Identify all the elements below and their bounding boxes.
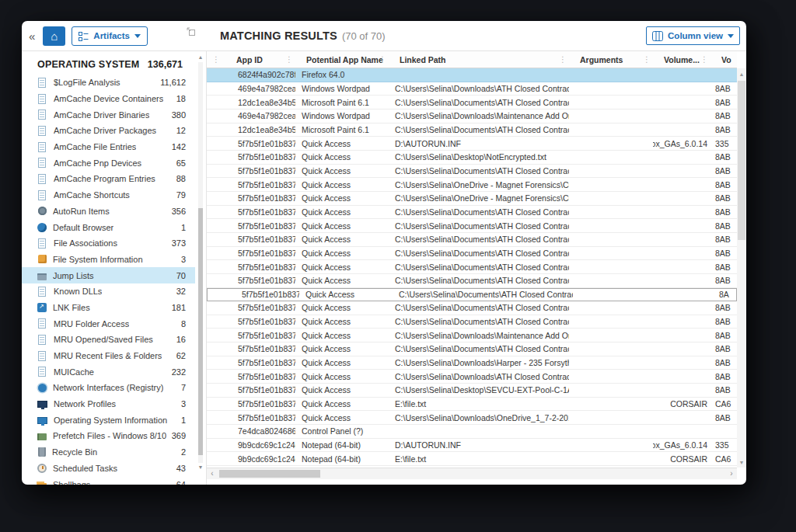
table-row[interactable]: 5f7b5f1e01b83767 Quick Access C:\Users\S… (207, 370, 737, 384)
table-row[interactable]: 5f7b5f1e01b83767 Quick Access C:\Users\S… (207, 178, 737, 192)
sidebar-artifact-item[interactable]: Prefetch Files - Windows 8/10 369 (22, 428, 195, 444)
table-row[interactable]: 5f7b5f1e01b83767 Quick Access C:\Users\S… (207, 151, 737, 165)
app-id-cell: 5f7b5f1e01b83767 (225, 301, 295, 315)
table-row[interactable]: 5f7b5f1e01b83767 Quick Access C:\Users\S… (207, 411, 737, 425)
column-options-icon[interactable]: ⋮ (559, 55, 567, 64)
grip-dots-icon[interactable]: ⋮ (212, 55, 220, 64)
table-row[interactable]: 5f7b5f1e01b83767 Quick Access C:\Users\S… (207, 233, 737, 247)
row-grip-cell (207, 82, 225, 96)
table-row[interactable]: 5f7b5f1e01b83767 Quick Access D:\AUTORUN… (207, 137, 737, 151)
table-row[interactable]: 12dc1ea8e34b5a6 Microsoft Paint 6.1 C:\U… (207, 96, 737, 110)
artifact-count: 64 (176, 480, 186, 485)
linked-path-cell (389, 68, 569, 82)
column-header-app-id[interactable]: App ID⋮ (225, 51, 295, 68)
table-row[interactable]: 5f7b5f1e01b83767 Quick Access C:\Users\S… (207, 274, 737, 288)
artifact-count: 232 (172, 367, 186, 377)
table-row[interactable]: 5f7b5f1e01b83767 Quick Access C:\Users\S… (207, 342, 737, 356)
table-row[interactable]: 5f7b5f1e01b83767 Quick Access E:\file.tx… (207, 398, 737, 412)
table-row[interactable]: 6824f4a902c78fbd Firefox 64.0 (207, 68, 737, 82)
sidebar-artifact-item[interactable]: AmCache Shortcuts 79 (22, 187, 195, 203)
sidebar-artifact-item[interactable]: AmCache File Entries 142 (22, 139, 195, 155)
sidebar-artifact-item[interactable]: AmCache Program Entries 88 (22, 171, 195, 187)
header-grip-cell[interactable]: ⋮ (207, 51, 225, 68)
table-row[interactable]: 469e4a7982cea4d4 Windows Wordpad C:\User… (207, 110, 737, 123)
app-name-cell: Quick Access (295, 370, 389, 383)
sidebar-artifact-item[interactable]: AmCache Pnp Devices 65 (22, 155, 195, 171)
h-scrollbar-thumb[interactable] (219, 470, 320, 478)
table-row[interactable]: 469e4a7982cea4d4 Windows Wordpad C:\User… (207, 82, 737, 96)
table-row[interactable]: 12dc1ea8e34b5a6 Microsoft Paint 6.1 C:\U… (207, 123, 737, 137)
sidebar-artifact-item[interactable]: Jump Lists 70 (22, 267, 195, 283)
table-row[interactable]: 7e4dca80246863e3 Control Panel (?) (207, 425, 737, 439)
sidebar-artifact-item[interactable]: AmCache Driver Binaries 380 (22, 106, 195, 123)
column-header-volume[interactable]: Volume...⋮ (653, 51, 710, 68)
sidebar-artifact-item[interactable]: AutoRun Items 356 (22, 203, 195, 220)
table-row[interactable]: 5f7b5f1e01b83767 Quick Access C:\Users\S… (207, 260, 737, 274)
table-row[interactable]: 5f7b5f1e01b83767 Quick Access C:\Users\S… (207, 219, 737, 233)
horizontal-scrollbar[interactable]: ‹ › (207, 468, 737, 479)
table-row[interactable]: 5f7b5f1e01b83767 Quick Access C:\Users\S… (207, 356, 737, 370)
table-row[interactable]: 5f7b5f1e01b83767 Quick Access C:\Users\S… (207, 192, 737, 206)
sidebar-artifact-item[interactable]: Known DLLs 32 (22, 283, 195, 300)
table-row[interactable]: 5f7b5f1e01b83767 Quick Access C:\Users\S… (207, 301, 737, 315)
sidebar-artifact-item[interactable]: Default Browser 1 (22, 219, 195, 235)
sidebar-artifact-item[interactable]: Network Interfaces (Registry) 7 (22, 380, 195, 396)
column-options-icon[interactable]: ⋮ (379, 55, 386, 64)
app-name-cell: Quick Access (295, 137, 389, 150)
table-vertical-scrollbar[interactable]: ▲ ▼ (737, 68, 746, 468)
sidebar-artifact-item[interactable]: Shellbags 64 (22, 476, 195, 485)
sidebar-artifact-item[interactable]: Recycle Bin 2 (22, 444, 195, 461)
table-row[interactable]: 9b9cdc69c1c24e2b Notepad (64-bit) E:\fil… (207, 452, 737, 466)
sidebar-artifact-item[interactable]: AmCache Driver Packages 12 (22, 123, 195, 139)
column-header-arguments[interactable]: Arguments⋮ (569, 51, 653, 68)
table-row[interactable]: 5f7b5f1e01b83767 Quick Access C:\Users\S… (207, 315, 737, 329)
table-row[interactable]: 5f7b5f1e01b83767 Quick Access C:\Users\S… (207, 247, 737, 261)
sidebar-artifact-item[interactable]: LNK Files 181 (22, 300, 195, 316)
scroll-down-icon[interactable]: ▼ (737, 458, 746, 468)
table-row[interactable]: 9b9cdc69c1c24e2b Notepad (64-bit) D:\AUT… (207, 439, 737, 453)
scroll-down-icon[interactable]: ▼ (196, 463, 205, 472)
collapse-sidebar-button[interactable]: « (29, 30, 35, 43)
row-grip-cell (207, 315, 225, 329)
scrollbar-thumb[interactable] (198, 208, 203, 455)
sidebar-artifact-item[interactable]: Operating System Information 1 (22, 412, 195, 428)
sidebar-artifact-item[interactable]: MRU Opened/Saved Files 16 (22, 332, 195, 348)
volume-serial-cell: 8AB (710, 192, 737, 205)
volume-serial-cell: 8AB (710, 165, 737, 178)
table-row[interactable]: 5f7b5f1e01b83767 Quick Access C:\Users\S… (207, 329, 737, 342)
volume-name-cell (653, 151, 710, 164)
monitor2-icon (37, 417, 47, 424)
sidebar-scrollbar[interactable]: ▲ ▼ (196, 53, 205, 472)
column-header-app-name[interactable]: Potential App Name⋮ (295, 51, 389, 68)
sidebar-artifact-item[interactable]: $LogFile Analysis 11,612 (22, 75, 195, 91)
scroll-right-icon[interactable]: › (726, 468, 737, 479)
sidebar-artifact-item[interactable]: AmCache Device Containers 18 (22, 91, 195, 107)
scroll-left-icon[interactable]: ‹ (207, 468, 218, 479)
table-row[interactable]: 5f7b5f1e01b83767 Quick Access C:\Users\S… (207, 288, 737, 302)
table-row[interactable]: 5f7b5f1e01b83767 Quick Access C:\Users\S… (207, 206, 737, 220)
table-row[interactable]: 5f7b5f1e01b83767 Quick Access C:\Users\S… (207, 165, 737, 179)
column-view-button[interactable]: Column view (646, 26, 740, 45)
sidebar-artifact-item[interactable]: Scheduled Tasks 43 (22, 461, 195, 477)
artifact-count: 43 (176, 464, 186, 473)
column-options-icon[interactable]: ⋮ (700, 55, 708, 64)
sidebar-artifact-item[interactable]: MRU Recent Files & Folders 62 (22, 348, 195, 364)
v-scrollbar-thumb[interactable] (738, 81, 745, 240)
table-row[interactable]: 5f7b5f1e01b83767 Quick Access C:\Users\S… (207, 384, 737, 398)
sidebar-artifact-item[interactable]: Network Profiles 3 (22, 396, 195, 412)
column-options-icon[interactable]: ⋮ (285, 55, 293, 64)
home-button[interactable]: ⌂ (43, 26, 65, 46)
sidebar-artifact-item[interactable]: MRU Folder Access 8 (22, 315, 195, 332)
sidebar-artifact-item[interactable]: File Associations 373 (22, 235, 195, 252)
linked-path-cell: C:\Users\Selina\Desktop\NotEncrypted.txt (389, 151, 569, 164)
column-header-linked-path[interactable]: Linked Path⋮ (389, 51, 569, 68)
sidebar-artifact-item[interactable]: MUICache 232 (22, 363, 195, 380)
column-header-volume-2[interactable]: Vo (710, 51, 737, 68)
page-icon (38, 318, 46, 329)
scroll-up-icon[interactable]: ▲ (196, 53, 205, 62)
sidebar-artifact-item[interactable]: File System Information 3 (22, 252, 195, 268)
popout-icon[interactable] (187, 27, 196, 37)
artifacts-dropdown-button[interactable]: Artifacts (72, 26, 148, 46)
column-options-icon[interactable]: ⋮ (643, 55, 651, 64)
scroll-up-icon[interactable]: ▲ (737, 70, 746, 79)
